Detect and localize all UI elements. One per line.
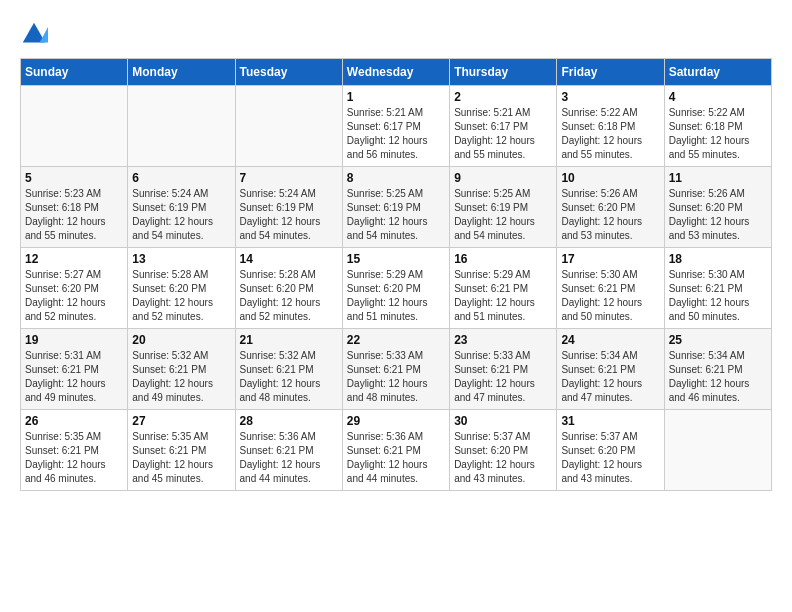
calendar-day-cell: 16Sunrise: 5:29 AMSunset: 6:21 PMDayligh… — [450, 248, 557, 329]
calendar-day-cell: 28Sunrise: 5:36 AMSunset: 6:21 PMDayligh… — [235, 410, 342, 491]
calendar-day-cell: 27Sunrise: 5:35 AMSunset: 6:21 PMDayligh… — [128, 410, 235, 491]
weekday-header: Saturday — [664, 59, 771, 86]
calendar-day-cell: 6Sunrise: 5:24 AMSunset: 6:19 PMDaylight… — [128, 167, 235, 248]
weekday-header: Sunday — [21, 59, 128, 86]
day-detail: Sunrise: 5:32 AMSunset: 6:21 PMDaylight:… — [132, 349, 230, 405]
day-number: 22 — [347, 333, 445, 347]
calendar-day-cell: 7Sunrise: 5:24 AMSunset: 6:19 PMDaylight… — [235, 167, 342, 248]
page-header — [20, 20, 772, 48]
logo-icon — [20, 20, 48, 48]
day-detail: Sunrise: 5:25 AMSunset: 6:19 PMDaylight:… — [454, 187, 552, 243]
calendar-day-cell: 12Sunrise: 5:27 AMSunset: 6:20 PMDayligh… — [21, 248, 128, 329]
day-number: 5 — [25, 171, 123, 185]
calendar-day-cell: 30Sunrise: 5:37 AMSunset: 6:20 PMDayligh… — [450, 410, 557, 491]
day-number: 24 — [561, 333, 659, 347]
calendar-day-cell: 23Sunrise: 5:33 AMSunset: 6:21 PMDayligh… — [450, 329, 557, 410]
day-detail: Sunrise: 5:35 AMSunset: 6:21 PMDaylight:… — [25, 430, 123, 486]
day-detail: Sunrise: 5:21 AMSunset: 6:17 PMDaylight:… — [347, 106, 445, 162]
day-detail: Sunrise: 5:28 AMSunset: 6:20 PMDaylight:… — [132, 268, 230, 324]
day-number: 30 — [454, 414, 552, 428]
day-number: 12 — [25, 252, 123, 266]
calendar-day-cell: 20Sunrise: 5:32 AMSunset: 6:21 PMDayligh… — [128, 329, 235, 410]
day-detail: Sunrise: 5:33 AMSunset: 6:21 PMDaylight:… — [347, 349, 445, 405]
day-number: 26 — [25, 414, 123, 428]
calendar-week-row: 1Sunrise: 5:21 AMSunset: 6:17 PMDaylight… — [21, 86, 772, 167]
day-detail: Sunrise: 5:36 AMSunset: 6:21 PMDaylight:… — [347, 430, 445, 486]
calendar-day-cell: 29Sunrise: 5:36 AMSunset: 6:21 PMDayligh… — [342, 410, 449, 491]
calendar-day-cell: 11Sunrise: 5:26 AMSunset: 6:20 PMDayligh… — [664, 167, 771, 248]
calendar-week-row: 12Sunrise: 5:27 AMSunset: 6:20 PMDayligh… — [21, 248, 772, 329]
calendar-day-cell: 8Sunrise: 5:25 AMSunset: 6:19 PMDaylight… — [342, 167, 449, 248]
svg-marker-1 — [40, 27, 48, 42]
day-detail: Sunrise: 5:35 AMSunset: 6:21 PMDaylight:… — [132, 430, 230, 486]
day-detail: Sunrise: 5:25 AMSunset: 6:19 PMDaylight:… — [347, 187, 445, 243]
calendar-week-row: 26Sunrise: 5:35 AMSunset: 6:21 PMDayligh… — [21, 410, 772, 491]
calendar-day-cell: 4Sunrise: 5:22 AMSunset: 6:18 PMDaylight… — [664, 86, 771, 167]
day-number: 19 — [25, 333, 123, 347]
day-number: 18 — [669, 252, 767, 266]
calendar-table: SundayMondayTuesdayWednesdayThursdayFrid… — [20, 58, 772, 491]
calendar-day-cell: 14Sunrise: 5:28 AMSunset: 6:20 PMDayligh… — [235, 248, 342, 329]
logo — [20, 20, 52, 48]
calendar-day-cell — [128, 86, 235, 167]
day-detail: Sunrise: 5:24 AMSunset: 6:19 PMDaylight:… — [132, 187, 230, 243]
calendar-day-cell: 5Sunrise: 5:23 AMSunset: 6:18 PMDaylight… — [21, 167, 128, 248]
calendar-week-row: 19Sunrise: 5:31 AMSunset: 6:21 PMDayligh… — [21, 329, 772, 410]
calendar-day-cell: 18Sunrise: 5:30 AMSunset: 6:21 PMDayligh… — [664, 248, 771, 329]
day-detail: Sunrise: 5:30 AMSunset: 6:21 PMDaylight:… — [561, 268, 659, 324]
day-number: 8 — [347, 171, 445, 185]
day-number: 17 — [561, 252, 659, 266]
calendar-day-cell: 26Sunrise: 5:35 AMSunset: 6:21 PMDayligh… — [21, 410, 128, 491]
calendar-day-cell: 19Sunrise: 5:31 AMSunset: 6:21 PMDayligh… — [21, 329, 128, 410]
calendar-day-cell: 21Sunrise: 5:32 AMSunset: 6:21 PMDayligh… — [235, 329, 342, 410]
weekday-header: Thursday — [450, 59, 557, 86]
weekday-row: SundayMondayTuesdayWednesdayThursdayFrid… — [21, 59, 772, 86]
day-number: 29 — [347, 414, 445, 428]
calendar-day-cell: 3Sunrise: 5:22 AMSunset: 6:18 PMDaylight… — [557, 86, 664, 167]
day-number: 6 — [132, 171, 230, 185]
day-number: 7 — [240, 171, 338, 185]
day-detail: Sunrise: 5:34 AMSunset: 6:21 PMDaylight:… — [669, 349, 767, 405]
day-number: 28 — [240, 414, 338, 428]
day-number: 20 — [132, 333, 230, 347]
calendar-day-cell: 10Sunrise: 5:26 AMSunset: 6:20 PMDayligh… — [557, 167, 664, 248]
day-detail: Sunrise: 5:24 AMSunset: 6:19 PMDaylight:… — [240, 187, 338, 243]
day-number: 14 — [240, 252, 338, 266]
calendar-day-cell — [21, 86, 128, 167]
day-detail: Sunrise: 5:26 AMSunset: 6:20 PMDaylight:… — [561, 187, 659, 243]
day-detail: Sunrise: 5:26 AMSunset: 6:20 PMDaylight:… — [669, 187, 767, 243]
day-number: 27 — [132, 414, 230, 428]
day-number: 9 — [454, 171, 552, 185]
day-detail: Sunrise: 5:30 AMSunset: 6:21 PMDaylight:… — [669, 268, 767, 324]
day-detail: Sunrise: 5:27 AMSunset: 6:20 PMDaylight:… — [25, 268, 123, 324]
day-number: 10 — [561, 171, 659, 185]
day-number: 25 — [669, 333, 767, 347]
day-detail: Sunrise: 5:29 AMSunset: 6:20 PMDaylight:… — [347, 268, 445, 324]
day-detail: Sunrise: 5:34 AMSunset: 6:21 PMDaylight:… — [561, 349, 659, 405]
day-detail: Sunrise: 5:29 AMSunset: 6:21 PMDaylight:… — [454, 268, 552, 324]
calendar-day-cell — [664, 410, 771, 491]
day-number: 4 — [669, 90, 767, 104]
weekday-header: Wednesday — [342, 59, 449, 86]
weekday-header: Tuesday — [235, 59, 342, 86]
day-number: 31 — [561, 414, 659, 428]
day-number: 21 — [240, 333, 338, 347]
day-detail: Sunrise: 5:21 AMSunset: 6:17 PMDaylight:… — [454, 106, 552, 162]
calendar-day-cell: 15Sunrise: 5:29 AMSunset: 6:20 PMDayligh… — [342, 248, 449, 329]
day-number: 16 — [454, 252, 552, 266]
calendar-day-cell: 2Sunrise: 5:21 AMSunset: 6:17 PMDaylight… — [450, 86, 557, 167]
calendar-week-row: 5Sunrise: 5:23 AMSunset: 6:18 PMDaylight… — [21, 167, 772, 248]
calendar-day-cell: 1Sunrise: 5:21 AMSunset: 6:17 PMDaylight… — [342, 86, 449, 167]
calendar-day-cell: 17Sunrise: 5:30 AMSunset: 6:21 PMDayligh… — [557, 248, 664, 329]
calendar-body: 1Sunrise: 5:21 AMSunset: 6:17 PMDaylight… — [21, 86, 772, 491]
day-number: 11 — [669, 171, 767, 185]
day-number: 2 — [454, 90, 552, 104]
day-detail: Sunrise: 5:33 AMSunset: 6:21 PMDaylight:… — [454, 349, 552, 405]
day-detail: Sunrise: 5:31 AMSunset: 6:21 PMDaylight:… — [25, 349, 123, 405]
calendar-day-cell: 25Sunrise: 5:34 AMSunset: 6:21 PMDayligh… — [664, 329, 771, 410]
calendar-day-cell: 31Sunrise: 5:37 AMSunset: 6:20 PMDayligh… — [557, 410, 664, 491]
day-detail: Sunrise: 5:22 AMSunset: 6:18 PMDaylight:… — [669, 106, 767, 162]
calendar-header: SundayMondayTuesdayWednesdayThursdayFrid… — [21, 59, 772, 86]
calendar-day-cell: 24Sunrise: 5:34 AMSunset: 6:21 PMDayligh… — [557, 329, 664, 410]
calendar-day-cell — [235, 86, 342, 167]
